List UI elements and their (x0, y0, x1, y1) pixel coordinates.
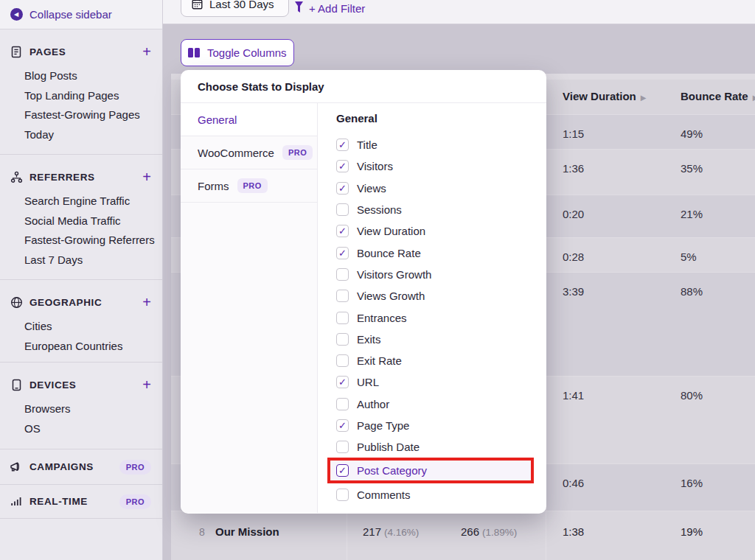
checkbox-icon[interactable] (336, 312, 349, 324)
collapse-sidebar-button[interactable]: Collapse sidebar (0, 0, 162, 29)
checkbox-entrances[interactable]: Entrances (336, 307, 546, 328)
add-devices-report-button[interactable]: + (142, 377, 151, 392)
checkbox-page-type[interactable]: Page Type (336, 415, 546, 436)
sidebar-item-cities[interactable]: Cities (0, 317, 162, 337)
column-header-view-duration[interactable]: View Duration (563, 90, 646, 102)
checkbox-icon[interactable] (336, 464, 349, 477)
view-duration-cell: 1:38 (563, 525, 584, 538)
add-geographic-report-button[interactable]: + (142, 295, 151, 309)
checkbox-author[interactable]: Author (336, 393, 546, 415)
sidebar-item-os[interactable]: OS (0, 419, 162, 439)
column-header-bounce-rate[interactable]: Bounce Rate (681, 90, 755, 102)
checkbox-post-category annotation-red-box[interactable]: Post Category (327, 458, 534, 483)
sidebar-item-blog-posts[interactable]: Blog Posts (0, 66, 162, 86)
checkbox-views-growth[interactable]: Views Growth (336, 285, 546, 307)
sidebar-item-today[interactable]: Today (0, 125, 162, 145)
sidebar-item-fastest-growing-referrers[interactable]: Fastest-Growing Referrers (0, 231, 162, 251)
tab-label: Forms (198, 180, 229, 192)
pro-badge: PRO (119, 494, 151, 509)
date-range-button[interactable]: Last 30 Days (181, 0, 289, 17)
tab-woocommerce[interactable]: WooCommerce PRO (181, 136, 317, 169)
table-row: 8 Our Mission 217(4.16%) 266(1.89%) 1:38… (171, 511, 755, 560)
stats-tab-list: General WooCommerce PRO Forms PRO (181, 103, 318, 513)
view-duration-cell: 1:15 (563, 127, 584, 140)
sidebar-section-devices: DEVICES + Browsers OS (0, 363, 162, 449)
sidebar-section-title: DEVICES (29, 379, 76, 391)
add-pages-report-button[interactable]: + (142, 44, 151, 59)
toggle-columns-button[interactable]: Toggle Columns (181, 39, 294, 66)
campaigns-icon (10, 461, 23, 474)
sidebar-section-campaigns[interactable]: CAMPAIGNS PRO (0, 449, 162, 485)
checkbox-icon[interactable] (336, 247, 349, 259)
add-referrers-report-button[interactable]: + (142, 169, 151, 184)
add-filter-button[interactable]: + Add Filter (294, 0, 365, 16)
checkbox-icon[interactable] (336, 268, 349, 281)
bounce-rate-cell: 35% (681, 162, 703, 175)
sidebar-item-browsers[interactable]: Browsers (0, 399, 162, 419)
bounce-rate-cell: 88% (681, 285, 703, 298)
bounce-rate-cell: 19% (681, 525, 703, 538)
sidebar-section-title: PAGES (29, 46, 66, 57)
calendar-icon (192, 0, 203, 10)
checkbox-icon[interactable] (336, 441, 349, 453)
tab-general[interactable]: General (181, 103, 317, 136)
view-duration-cell: 0:20 (563, 208, 584, 220)
checkbox-publish-date[interactable]: Publish Date (336, 436, 546, 458)
sidebar-item-social-media-traffic[interactable]: Social Media Traffic (0, 211, 162, 231)
sort-icon[interactable] (641, 94, 647, 102)
devices-icon (10, 378, 23, 391)
checkbox-icon[interactable] (336, 182, 349, 195)
sidebar: Collapse sidebar PAGES + Blog Posts Top … (0, 0, 163, 560)
bounce-rate-cell: 5% (681, 251, 697, 263)
sidebar-item-top-landing-pages[interactable]: Top Landing Pages (0, 86, 162, 106)
checkbox-view-duration[interactable]: View Duration (336, 220, 546, 242)
pro-badge: PRO (282, 145, 313, 160)
sidebar-section-geographic: GEOGRAPHIC + Cities European Countries (0, 280, 162, 363)
sidebar-item-last-7-days[interactable]: Last 7 Days (0, 251, 162, 270)
view-duration-cell: 3:39 (563, 285, 584, 298)
checkbox-sessions[interactable]: Sessions (336, 199, 546, 220)
checkbox-icon[interactable] (336, 160, 349, 172)
sidebar-item-european-countries[interactable]: European Countries (0, 337, 162, 357)
checkbox-icon[interactable] (336, 419, 349, 432)
realtime-icon (10, 495, 23, 508)
row-number: 8 (199, 526, 205, 538)
checkbox-icon[interactable] (336, 333, 349, 346)
tab-forms[interactable]: Forms PRO (181, 169, 317, 203)
bounce-rate-cell: 16% (681, 477, 703, 489)
checkbox-comments[interactable]: Comments (336, 483, 546, 505)
checkbox-icon[interactable] (336, 203, 349, 216)
pro-badge: PRO (119, 460, 151, 475)
sidebar-section-title: REFERRERS (29, 172, 95, 183)
checkbox-visitors-growth[interactable]: Visitors Growth (336, 264, 546, 285)
options-group-heading: General (336, 112, 546, 130)
sidebar-section-referrers: REFERRERS + Search Engine Traffic Social… (0, 155, 162, 280)
app-window: Collapse sidebar PAGES + Blog Posts Top … (0, 0, 755, 560)
checkbox-icon[interactable] (336, 139, 349, 151)
page-title-cell[interactable]: Our Mission (215, 525, 279, 538)
sidebar-section-real-time[interactable]: REAL-TIME PRO (0, 485, 162, 519)
main-content: Last 30 Days + Add Filter View Duration … (163, 0, 755, 560)
sidebar-item-search-engine-traffic[interactable]: Search Engine Traffic (0, 192, 162, 211)
tab-label: General (198, 113, 237, 126)
checkbox-icon[interactable] (336, 225, 349, 237)
tab-label: WooCommerce (198, 147, 274, 159)
checkbox-icon[interactable] (336, 398, 349, 410)
checkbox-visitors[interactable]: Visitors (336, 155, 546, 177)
checkbox-url[interactable]: URL (336, 371, 546, 393)
checkbox-icon[interactable] (336, 354, 349, 367)
checkbox-icon[interactable] (336, 376, 349, 388)
checkbox-exits[interactable]: Exits (336, 329, 546, 350)
checkbox-views[interactable]: Views (336, 178, 546, 199)
bounce-rate-cell: 80% (681, 389, 703, 402)
sidebar-section-title: REAL-TIME (29, 496, 88, 507)
checkbox-title[interactable]: Title (336, 134, 546, 155)
checkbox-icon[interactable] (336, 489, 349, 501)
sidebar-item-fastest-growing-pages[interactable]: Fastest-Growing Pages (0, 105, 162, 125)
checkbox-bounce-rate[interactable]: Bounce Rate (336, 242, 546, 263)
pages-icon (10, 45, 23, 58)
checkbox-exit-rate[interactable]: Exit Rate (336, 350, 546, 371)
referrers-icon (10, 170, 23, 183)
checkbox-icon[interactable] (336, 290, 349, 302)
pro-badge: PRO (237, 178, 268, 193)
